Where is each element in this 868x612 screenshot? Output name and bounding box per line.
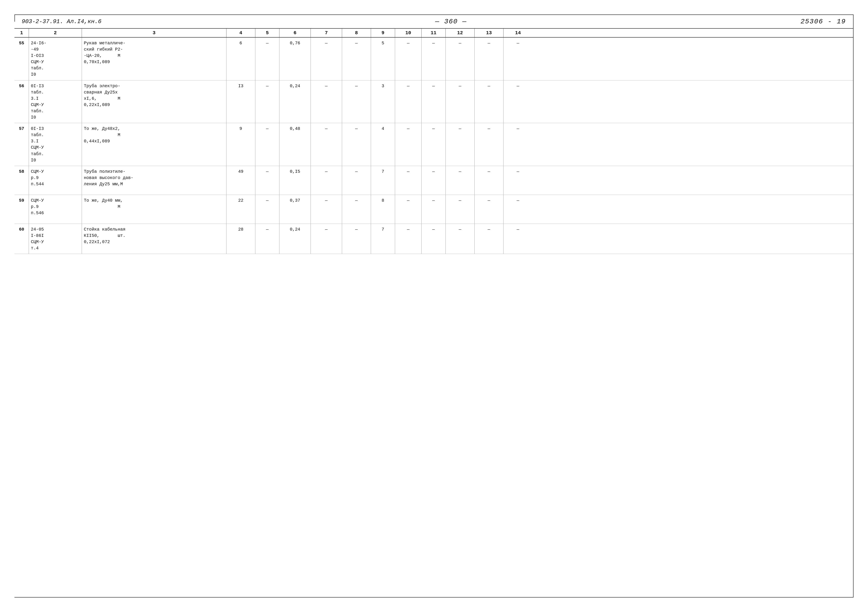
cell-row1-col13: — <box>474 37 504 80</box>
table-row: 570I-I3 табл. 3.I СЦМ-У табл. I0То же, Д… <box>14 123 853 166</box>
cell-row2-col6: 0,24 <box>279 81 311 123</box>
cell-row3-col5: — <box>255 123 279 166</box>
cell-row3-col11: — <box>422 123 446 166</box>
cell-row3-col12: — <box>446 123 474 166</box>
cell-row1-col6: 0,76 <box>279 37 311 80</box>
cell-row1-col5: — <box>255 37 279 80</box>
page-frame: 903-2-37.91. Ал.I4,кн.6 — 360 — 25306 - … <box>14 14 854 598</box>
cell-row2-col11: — <box>422 81 446 123</box>
cell-row5-col7: — <box>311 195 342 224</box>
col-header-10: 10 <box>395 29 422 37</box>
cell-row1-col1: 55 <box>14 37 29 80</box>
cell-row6-col3: Стойка кабельная КII50, шт. 0,22хI,072 <box>82 224 226 254</box>
cell-row1-col3: Рукав металличе- ский гибкий Р2- -ЦА-20,… <box>82 37 226 80</box>
cell-row6-col13: — <box>474 224 504 254</box>
cell-row6-col12: — <box>446 224 474 254</box>
cell-row5-col14: — <box>504 195 532 224</box>
cell-row6-col7: — <box>311 224 342 254</box>
table-row: 59СЦМ-У р.9 п.546То же, Ду40 мм, М22—0,3… <box>14 195 853 224</box>
col-header-8: 8 <box>342 29 371 37</box>
cell-row4-col5: — <box>255 166 279 195</box>
column-headers: 1 2 3 4 5 6 7 8 9 10 11 12 13 14 <box>14 29 853 37</box>
cell-row6-col10: — <box>395 224 422 254</box>
cell-row3-col2: 0I-I3 табл. 3.I СЦМ-У табл. I0 <box>29 123 82 166</box>
cell-row4-col13: — <box>474 166 504 195</box>
cell-row3-col6: 0,48 <box>279 123 311 166</box>
cell-row2-col8: — <box>342 81 371 123</box>
cell-row4-col4: 49 <box>226 166 255 195</box>
cell-row5-col1: 59 <box>14 195 29 224</box>
cell-row3-col3: То же, Ду48х2, М 0,44хI,089 <box>82 123 226 166</box>
table-row: 5524-I6- -49 I-OI3 СЦМ-У табл. I0Рукав м… <box>14 37 853 81</box>
cell-row6-col8: — <box>342 224 371 254</box>
cell-row1-col10: — <box>395 37 422 80</box>
cell-row2-col9: 3 <box>371 81 395 123</box>
cell-row2-col5: — <box>255 81 279 123</box>
cell-row2-col1: 56 <box>14 81 29 123</box>
cell-row4-col1: 58 <box>14 166 29 195</box>
cell-row2-col7: — <box>311 81 342 123</box>
header-left: 903-2-37.91. Ал.I4,кн.6 <box>22 18 101 25</box>
cell-row1-col4: 6 <box>226 37 255 80</box>
cell-row5-col2: СЦМ-У р.9 п.546 <box>29 195 82 224</box>
col-header-4: 4 <box>226 29 255 37</box>
cell-row4-col7: — <box>311 166 342 195</box>
cell-row5-col13: — <box>474 195 504 224</box>
cell-row4-col3: Труба полиэтиле- новая высокого дав- лен… <box>82 166 226 195</box>
cell-row2-col14: — <box>504 81 532 123</box>
table-row: 6024-05 I-86I СЦМ-У т.4Стойка кабельная … <box>14 224 853 254</box>
cell-row5-col8: — <box>342 195 371 224</box>
cell-row2-col4: I3 <box>226 81 255 123</box>
col-header-6: 6 <box>279 29 311 37</box>
header-right: 25306 - 19 <box>801 18 846 25</box>
cell-row5-col10: — <box>395 195 422 224</box>
cell-row6-col2: 24-05 I-86I СЦМ-У т.4 <box>29 224 82 254</box>
col-header-11: 11 <box>422 29 446 37</box>
header-bar: 903-2-37.91. Ал.I4,кн.6 — 360 — 25306 - … <box>14 15 853 29</box>
cell-row6-col4: 28 <box>226 224 255 254</box>
col-header-3: 3 <box>82 29 226 37</box>
cell-row1-col2: 24-I6- -49 I-OI3 СЦМ-У табл. I0 <box>29 37 82 80</box>
cell-row6-col6: 0,24 <box>279 224 311 254</box>
cell-row4-col2: СЦМ-У р.9 п.544 <box>29 166 82 195</box>
cell-row2-col3: Труба электро- сварная Ду25х хI,6, М 0,2… <box>82 81 226 123</box>
table-row: 560I-I3 табл. 3.I СЦМ-У табл. I0Труба эл… <box>14 81 853 123</box>
col-header-14: 14 <box>504 29 532 37</box>
cell-row4-col8: — <box>342 166 371 195</box>
cell-row2-col13: — <box>474 81 504 123</box>
col-header-7: 7 <box>311 29 342 37</box>
cell-row4-col12: — <box>446 166 474 195</box>
cell-row5-col9: 8 <box>371 195 395 224</box>
cell-row3-col10: — <box>395 123 422 166</box>
cell-row3-col14: — <box>504 123 532 166</box>
cell-row4-col11: — <box>422 166 446 195</box>
col-header-13: 13 <box>474 29 504 37</box>
col-header-12: 12 <box>446 29 474 37</box>
col-header-2: 2 <box>29 29 82 37</box>
cell-row2-col10: — <box>395 81 422 123</box>
cell-row5-col12: — <box>446 195 474 224</box>
cell-row1-col14: — <box>504 37 532 80</box>
cell-row5-col6: 0,37 <box>279 195 311 224</box>
cell-row3-col4: 9 <box>226 123 255 166</box>
cell-row3-col7: — <box>311 123 342 166</box>
cell-row2-col12: — <box>446 81 474 123</box>
cell-row4-col10: — <box>395 166 422 195</box>
cell-row5-col4: 22 <box>226 195 255 224</box>
cell-row6-col1: 60 <box>14 224 29 254</box>
cell-row6-col9: 7 <box>371 224 395 254</box>
cell-row5-col11: — <box>422 195 446 224</box>
cell-row3-col8: — <box>342 123 371 166</box>
cell-row3-col1: 57 <box>14 123 29 166</box>
cell-row1-col8: — <box>342 37 371 80</box>
cell-row1-col9: 5 <box>371 37 395 80</box>
cell-row1-col12: — <box>446 37 474 80</box>
cell-row5-col3: То же, Ду40 мм, М <box>82 195 226 224</box>
cell-row3-col9: 4 <box>371 123 395 166</box>
table-body: 5524-I6- -49 I-OI3 СЦМ-У табл. I0Рукав м… <box>14 37 853 254</box>
cell-row2-col2: 0I-I3 табл. 3.I СЦМ-У табл. I0 <box>29 81 82 123</box>
cell-row5-col5: — <box>255 195 279 224</box>
cell-row6-col14: — <box>504 224 532 254</box>
table-row: 58СЦМ-У р.9 п.544Труба полиэтиле- новая … <box>14 166 853 195</box>
cell-row6-col11: — <box>422 224 446 254</box>
